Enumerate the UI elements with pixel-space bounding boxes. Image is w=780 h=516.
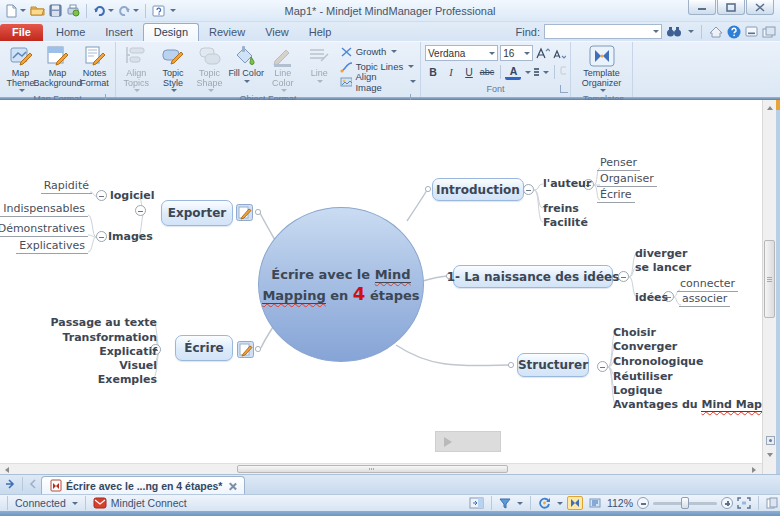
subtopic-demonstratives[interactable]: Démonstratives bbox=[0, 222, 88, 237]
maximize-button[interactable] bbox=[717, 0, 745, 15]
binoculars-dropdown-arrow[interactable] bbox=[688, 30, 694, 33]
document-tab[interactable]: Écrire avec le ...ng en 4 étapes* bbox=[41, 476, 245, 494]
align-image-button[interactable]: Align Image bbox=[340, 75, 416, 88]
tab-design[interactable]: Design bbox=[143, 23, 199, 41]
new-dropdown-arrow[interactable] bbox=[20, 9, 26, 12]
zoom-slider[interactable] bbox=[653, 502, 717, 505]
show-panels-icon[interactable] bbox=[469, 497, 484, 509]
zoom-in-button[interactable] bbox=[721, 497, 733, 509]
subtopic-choisir[interactable]: Choisir bbox=[613, 326, 656, 339]
fill-color-dropdown[interactable] bbox=[244, 80, 250, 83]
subtopic-freins[interactable]: freins bbox=[543, 202, 579, 215]
scroll-down-button[interactable] bbox=[764, 448, 776, 461]
growth-dropdown[interactable] bbox=[391, 50, 397, 53]
redo-button[interactable] bbox=[117, 2, 140, 20]
bold-button[interactable]: B bbox=[425, 64, 441, 80]
fit-map-icon[interactable] bbox=[737, 497, 751, 509]
mindjet-connect-label[interactable]: Mindjet Connect bbox=[111, 497, 187, 509]
collapse-introduction[interactable] bbox=[523, 184, 534, 195]
tab-insert[interactable]: Insert bbox=[95, 24, 143, 41]
map-canvas[interactable]: Écrire avec le Mind Mapping en 4 étapes … bbox=[0, 100, 762, 463]
next-tab-icon[interactable] bbox=[4, 479, 16, 489]
zoom-slider-thumb[interactable] bbox=[681, 497, 689, 509]
grow-font-icon[interactable] bbox=[535, 47, 549, 60]
subtopic-logiciel[interactable]: logiciel bbox=[110, 189, 155, 202]
italic-button[interactable]: I bbox=[443, 64, 459, 80]
home-icon[interactable] bbox=[709, 26, 723, 38]
open-button[interactable] bbox=[29, 2, 46, 20]
task-pane-strip[interactable] bbox=[776, 100, 780, 474]
find-input[interactable] bbox=[544, 24, 662, 39]
subtopic-logique[interactable]: Logique bbox=[613, 384, 662, 397]
subtopic-diverger[interactable]: diverger bbox=[635, 247, 687, 260]
subtopic-connecter[interactable]: connecter bbox=[677, 277, 738, 292]
find-dropdown-arrow[interactable] bbox=[653, 30, 659, 33]
subtopic-rapidite[interactable]: Rapidité bbox=[41, 179, 92, 194]
media-placeholder[interactable] bbox=[435, 431, 501, 452]
subtopic-transformation[interactable]: Transformation bbox=[62, 331, 157, 344]
filter-dropdown[interactable] bbox=[517, 502, 523, 505]
scroll-right-button[interactable] bbox=[748, 465, 760, 474]
sync-icon[interactable] bbox=[538, 497, 551, 509]
notes-format-button[interactable]: Notes Format bbox=[76, 43, 113, 92]
topic-style-button[interactable]: Topic Style bbox=[155, 43, 192, 92]
subtopic-avantages[interactable]: Avantages du Mind Mapping bbox=[613, 398, 762, 411]
outline-view-button[interactable] bbox=[587, 496, 603, 510]
growth-button[interactable]: Growth bbox=[340, 45, 416, 58]
subtopic-explicatives[interactable]: Explicatives bbox=[16, 239, 88, 254]
save-button[interactable] bbox=[48, 2, 63, 20]
subtopic-passage-au-texte[interactable]: Passage au texte bbox=[51, 316, 158, 329]
new-document-button[interactable] bbox=[4, 2, 27, 20]
help-window-button[interactable] bbox=[151, 2, 166, 20]
format-painter-icon[interactable] bbox=[560, 66, 566, 78]
zoom-percentage[interactable]: 112% bbox=[607, 497, 633, 509]
topic-lines-dropdown[interactable] bbox=[408, 65, 414, 68]
line-color-button[interactable]: Line Color bbox=[264, 43, 301, 92]
tab-home[interactable]: Home bbox=[46, 24, 95, 41]
subtopic-images[interactable]: Images bbox=[108, 230, 153, 243]
central-topic[interactable]: Écrire avec le Mind Mapping en 4 étapes bbox=[258, 207, 424, 362]
scroll-left-button[interactable] bbox=[1, 465, 13, 474]
connection-status-dropdown[interactable] bbox=[72, 502, 78, 505]
topic-ecrire[interactable]: Écrire bbox=[175, 335, 233, 361]
font-color-button[interactable]: A bbox=[505, 65, 521, 80]
task-panes-icon[interactable] bbox=[762, 26, 776, 38]
font-color-dropdown[interactable] bbox=[525, 71, 531, 74]
map-background-button[interactable]: Map Background bbox=[39, 43, 76, 92]
font-dialog-launcher[interactable] bbox=[560, 85, 568, 93]
vertical-scrollbar[interactable] bbox=[762, 100, 776, 474]
topic-exporter[interactable]: Exporter bbox=[161, 200, 233, 226]
minimize-button[interactable] bbox=[688, 0, 716, 15]
collapse-images[interactable] bbox=[96, 231, 107, 242]
subtopic-explicatif[interactable]: Explicatif bbox=[99, 345, 157, 358]
tab-help[interactable]: Help bbox=[299, 24, 342, 41]
strikethrough-button[interactable]: abc bbox=[479, 64, 495, 80]
subtopic-reutiliser[interactable]: Réutiliser bbox=[613, 370, 673, 383]
horizontal-scrollbar[interactable] bbox=[0, 463, 762, 474]
zoom-out-button[interactable] bbox=[637, 497, 649, 509]
line-dropdown[interactable] bbox=[317, 80, 323, 83]
line-button[interactable]: Line bbox=[301, 43, 338, 92]
underline-button[interactable]: U bbox=[461, 64, 477, 80]
font-family-select[interactable]: Verdana bbox=[425, 45, 498, 61]
subtopic-se-lancer[interactable]: se lancer bbox=[635, 261, 691, 274]
minimize-ribbon-icon[interactable] bbox=[745, 26, 758, 37]
font-size-select[interactable]: 16 bbox=[500, 45, 533, 61]
undo-button[interactable] bbox=[92, 2, 115, 20]
scroll-up-button[interactable] bbox=[764, 101, 776, 114]
prev-tab-icon[interactable] bbox=[29, 479, 37, 489]
template-organizer-button[interactable]: Template Organizer bbox=[574, 43, 630, 92]
collapse-logiciel[interactable] bbox=[96, 190, 107, 201]
vertical-scroll-thumb[interactable] bbox=[764, 240, 775, 318]
shrink-font-icon[interactable] bbox=[552, 47, 566, 60]
close-button[interactable] bbox=[746, 0, 774, 15]
help-icon[interactable] bbox=[727, 25, 741, 39]
map-view-button[interactable] bbox=[567, 496, 583, 510]
document-tab-close-icon[interactable] bbox=[228, 482, 236, 490]
filter-icon[interactable] bbox=[499, 498, 511, 509]
subtopic-penser[interactable]: Penser bbox=[597, 156, 640, 171]
subtopic-lauteur[interactable]: l'auteur bbox=[543, 177, 591, 190]
undo-dropdown-arrow[interactable] bbox=[108, 9, 114, 12]
pages-icon[interactable] bbox=[766, 497, 778, 509]
subtopic-visuel[interactable]: Visuel bbox=[119, 359, 157, 372]
